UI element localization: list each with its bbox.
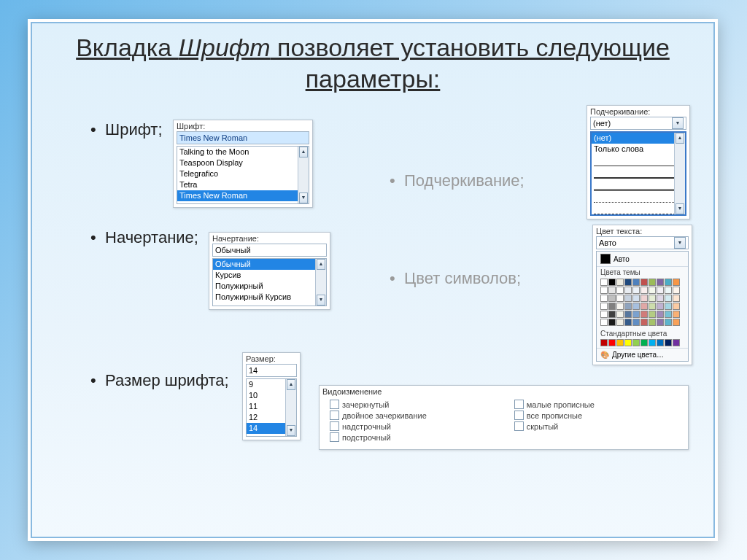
color-swatch[interactable] [616, 295, 624, 302]
scroll-down-icon[interactable]: ▼ [299, 192, 308, 203]
effect-double-strike[interactable]: двойное зачеркивание [330, 411, 427, 420]
font-scrollbar[interactable]: ▲ ▼ [298, 147, 309, 203]
color-swatch[interactable] [640, 339, 648, 346]
effect-subscript[interactable]: подстрочный [330, 432, 427, 442]
color-swatch[interactable] [640, 319, 648, 326]
underline-scrollbar[interactable]: ▲ ▼ [674, 133, 685, 214]
color-swatch[interactable] [673, 319, 680, 326]
color-swatch[interactable] [616, 279, 624, 286]
color-swatch[interactable] [665, 295, 672, 302]
scroll-down-icon[interactable]: ▼ [317, 295, 325, 306]
color-swatch[interactable] [657, 303, 664, 310]
font-option-selected[interactable]: Times New Roman [177, 190, 309, 201]
underline-sample-dotted[interactable] [594, 192, 683, 203]
underline-input[interactable]: (нет) ▼ [590, 117, 686, 130]
color-swatch[interactable] [624, 319, 632, 326]
color-swatch[interactable] [657, 295, 664, 302]
color-swatch[interactable] [632, 311, 640, 318]
font-option[interactable]: Talking to the Moon [177, 147, 309, 158]
color-swatch[interactable] [657, 339, 664, 346]
color-swatch[interactable] [624, 303, 632, 310]
color-swatch[interactable] [632, 339, 640, 346]
other-colors-button[interactable]: 🎨 Другие цвета… [597, 348, 688, 361]
underline-sample-double[interactable] [594, 180, 683, 191]
color-swatch[interactable] [673, 287, 680, 294]
style-scrollbar[interactable]: ▲ ▼ [315, 259, 326, 306]
effect-allcaps[interactable]: все прописные [514, 411, 595, 420]
color-swatch[interactable] [632, 303, 640, 310]
color-swatch[interactable] [600, 319, 608, 326]
font-listbox[interactable]: Talking to the Moon Teaspoon Display Tel… [177, 146, 309, 204]
font-option[interactable]: Telegrafico [177, 168, 309, 179]
color-swatch[interactable] [624, 339, 632, 346]
color-swatch[interactable] [640, 303, 648, 310]
standard-color-row[interactable] [600, 339, 684, 346]
dropdown-icon[interactable]: ▼ [674, 237, 686, 249]
effect-smallcaps[interactable]: малые прописные [514, 400, 595, 409]
color-swatch[interactable] [608, 311, 616, 318]
color-swatch[interactable] [608, 339, 616, 346]
underline-sample-thick[interactable] [594, 168, 683, 179]
color-swatch[interactable] [649, 319, 656, 326]
color-swatch[interactable] [657, 279, 664, 286]
color-swatch[interactable] [649, 339, 656, 346]
scroll-up-icon[interactable]: ▲ [317, 259, 325, 270]
scroll-down-icon[interactable]: ▼ [676, 203, 684, 214]
scroll-up-icon[interactable]: ▲ [676, 133, 684, 144]
underline-sample-single[interactable] [594, 156, 683, 166]
underline-option-none[interactable]: (нет) [592, 133, 685, 144]
color-input[interactable]: Авто ▼ [596, 236, 689, 249]
size-scrollbar[interactable]: ▲ ▼ [285, 379, 296, 436]
color-swatch[interactable] [665, 319, 672, 326]
color-swatch[interactable] [608, 303, 616, 310]
style-option[interactable]: Курсив [213, 270, 326, 281]
color-swatch[interactable] [624, 311, 632, 318]
color-swatch[interactable] [649, 311, 656, 318]
color-swatch[interactable] [673, 311, 680, 318]
color-swatch[interactable] [616, 287, 624, 294]
theme-color-grid[interactable] [600, 279, 684, 326]
color-swatch[interactable] [600, 287, 608, 294]
style-option-selected[interactable]: Обычный [213, 259, 326, 270]
color-swatch[interactable] [624, 295, 632, 302]
color-swatch[interactable] [600, 295, 608, 302]
color-swatch[interactable] [665, 311, 672, 318]
color-swatch[interactable] [649, 287, 656, 294]
font-option[interactable]: Teaspoon Display [177, 158, 309, 168]
style-listbox[interactable]: Обычный Курсив Полужирный Полужирный Кур… [212, 258, 327, 306]
scroll-down-icon[interactable]: ▼ [287, 425, 295, 436]
color-swatch[interactable] [673, 279, 680, 286]
color-swatch[interactable] [608, 319, 616, 326]
color-swatch[interactable] [616, 311, 624, 318]
color-auto-row[interactable]: Авто [597, 252, 688, 267]
color-swatch[interactable] [657, 319, 664, 326]
color-swatch[interactable] [624, 279, 632, 286]
underline-option-words[interactable]: Только слова [592, 144, 685, 155]
color-swatch[interactable] [616, 303, 624, 310]
color-swatch[interactable] [649, 279, 656, 286]
color-swatch[interactable] [632, 279, 640, 286]
color-swatch[interactable] [608, 279, 616, 286]
effect-strikethrough[interactable]: зачеркнутый [330, 400, 427, 409]
size-listbox[interactable]: 9 10 11 12 14 ▲ ▼ [246, 378, 297, 437]
style-option[interactable]: Полужирный [213, 281, 326, 292]
color-swatch[interactable] [632, 295, 640, 302]
color-swatch[interactable] [640, 287, 648, 294]
color-swatch[interactable] [600, 279, 608, 286]
underline-sample-dashed[interactable] [594, 204, 683, 214]
effect-superscript[interactable]: надстрочный [330, 421, 427, 431]
color-swatch[interactable] [665, 339, 672, 346]
color-swatch[interactable] [665, 279, 672, 286]
color-swatch[interactable] [673, 295, 680, 302]
color-swatch[interactable] [608, 287, 616, 294]
font-option[interactable]: Tetra [177, 179, 309, 190]
color-swatch[interactable] [665, 287, 672, 294]
underline-listbox[interactable]: (нет) Только слова ▲ ▼ [590, 131, 686, 216]
font-input[interactable]: Times New Roman [177, 131, 309, 144]
color-swatch[interactable] [632, 287, 640, 294]
color-swatch[interactable] [600, 311, 608, 318]
color-swatch[interactable] [632, 319, 640, 326]
color-swatch[interactable] [616, 319, 624, 326]
scroll-up-icon[interactable]: ▲ [299, 147, 308, 158]
color-swatch[interactable] [649, 295, 656, 302]
